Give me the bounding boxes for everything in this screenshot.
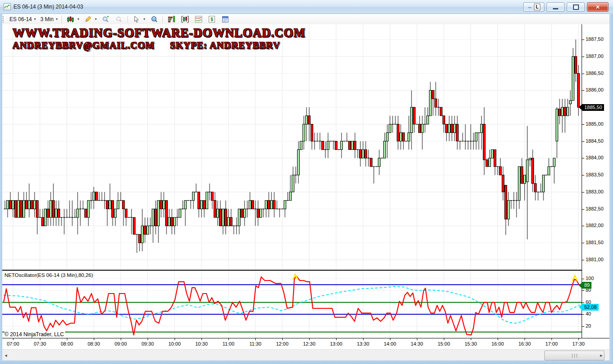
magnifier-button[interactable] xyxy=(147,14,161,24)
interval-label: 3 Min xyxy=(40,16,53,22)
time-tick xyxy=(363,338,363,340)
time-tick-label: 16:00 xyxy=(489,341,507,346)
price-tick xyxy=(582,209,584,210)
time-tick-label: 09:30 xyxy=(139,341,157,346)
window-border-left xyxy=(0,13,2,364)
watermark-contact: ANDREYBBRV@GMAIL.COMSKYPE: ANDREYBBRV xyxy=(13,40,306,51)
window-border-right xyxy=(609,13,613,364)
chart-trader-icon xyxy=(180,15,189,23)
interval-selector[interactable]: 3 Min ▾ xyxy=(38,15,60,23)
scrollbar-thumb[interactable] xyxy=(544,351,604,360)
zoom-out-button[interactable] xyxy=(112,14,126,24)
instrument-selector[interactable]: ES 06-14 ▾ xyxy=(7,15,38,23)
price-tick-label: 1887,50 xyxy=(586,36,604,42)
time-tick xyxy=(255,338,256,340)
toolbar-separator xyxy=(127,16,128,23)
chart-trader-button[interactable] xyxy=(178,14,192,24)
time-tick xyxy=(309,338,310,340)
scroll-left-arrow-icon[interactable]: ◄ xyxy=(2,350,9,361)
price-axis[interactable]: 1887,501887,001886,501886,001885,501885,… xyxy=(582,24,610,338)
toolbar: ES 06-14 ▾ 3 Min ▾ ▾ xyxy=(0,14,613,25)
draw-tool-button[interactable]: ▾ xyxy=(81,14,99,24)
price-tick-label: 1886,50 xyxy=(586,70,604,76)
horizontal-bars-icon xyxy=(167,15,176,23)
price-tick xyxy=(582,90,584,91)
chevron-down-icon: ▾ xyxy=(56,17,57,21)
time-tick xyxy=(67,338,67,340)
time-tick-label: 14:30 xyxy=(408,341,426,346)
price-tick-label: 1883,00 xyxy=(586,189,604,194)
cursor-arrow-icon xyxy=(132,15,141,23)
main-chart-plot[interactable] xyxy=(2,24,582,270)
minimize-button[interactable] xyxy=(547,2,565,12)
time-tick-label: 12:00 xyxy=(273,341,291,346)
toolbar-separator xyxy=(61,16,62,23)
toolbar-grip[interactable] xyxy=(2,16,4,22)
market-depth-button[interactable] xyxy=(165,14,178,24)
time-tick xyxy=(498,338,498,340)
mini-chart-icon xyxy=(194,15,203,23)
time-axis[interactable]: 07:0007:3008:0008:3009:0009:3010:0010:30… xyxy=(2,338,609,350)
time-tick-label: 09:00 xyxy=(112,341,130,346)
time-tick-label: 10:30 xyxy=(193,341,210,346)
price-tick-label: 1886,00 xyxy=(586,87,604,92)
cursor-tool-button[interactable]: ▾ xyxy=(130,14,147,24)
time-tick xyxy=(282,338,283,340)
mini-chart-button[interactable] xyxy=(192,14,205,24)
toolbar-separator xyxy=(162,16,163,23)
time-tick xyxy=(444,338,444,340)
price-tick-label: 1882,00 xyxy=(586,223,604,228)
oscillator-plot[interactable] xyxy=(2,271,582,338)
time-tick xyxy=(175,338,175,340)
instrument-label: ES 06-14 xyxy=(9,16,32,22)
time-tick xyxy=(578,338,579,340)
oscillator-value-badge: 89 xyxy=(579,282,591,289)
current-price-badge: 1885,50 xyxy=(579,104,604,111)
oscillator-tick-label: 40 xyxy=(586,311,591,316)
time-tick-label: 08:00 xyxy=(58,341,76,346)
price-tick xyxy=(582,158,584,158)
restore-icon xyxy=(573,4,579,10)
time-tick-label: 17:00 xyxy=(543,341,560,346)
scroll-right-arrow-icon[interactable]: ► xyxy=(598,350,605,361)
instrument-link-button[interactable]: ⇔ L xyxy=(523,2,544,12)
time-tick-label: 07:00 xyxy=(4,341,22,346)
pencil-icon xyxy=(83,15,92,23)
time-tick-label: 10:00 xyxy=(166,341,184,346)
chevron-down-icon: ▾ xyxy=(95,17,96,21)
candlestick-icon xyxy=(66,15,75,23)
time-tick-label: 13:30 xyxy=(354,341,372,346)
svg-text:$: $ xyxy=(211,17,214,22)
chart-style-button[interactable]: ▾ xyxy=(64,14,81,24)
oscillator-tick xyxy=(582,326,584,327)
zoom-out-icon xyxy=(114,15,123,23)
time-tick-label: 11:00 xyxy=(219,341,237,346)
oscillator-signal-badge: 52,08 xyxy=(579,303,599,311)
time-tick-label: 15:30 xyxy=(462,341,480,346)
zoom-in-button[interactable] xyxy=(99,14,112,24)
time-tick xyxy=(13,338,13,340)
account-dollar-button[interactable]: $ xyxy=(205,14,219,24)
time-tick xyxy=(552,338,552,340)
price-tick-label: 1885,00 xyxy=(586,121,604,127)
dollar-icon: $ xyxy=(207,15,216,23)
price-tick xyxy=(582,175,584,175)
chevron-down-icon: ▾ xyxy=(34,17,36,21)
data-box-button[interactable] xyxy=(219,14,232,24)
time-tick xyxy=(40,338,40,340)
time-tick xyxy=(390,338,390,340)
price-tick xyxy=(582,124,584,125)
time-tick-label: 08:30 xyxy=(85,341,103,346)
restore-button[interactable] xyxy=(567,2,585,12)
price-tick xyxy=(582,226,584,226)
watermark-skype: SKYPE: ANDREYBBRV xyxy=(170,40,280,51)
price-tick-label: 1881,50 xyxy=(586,240,604,245)
horizontal-scrollbar[interactable]: ◄ ► xyxy=(2,349,609,361)
time-tick-label: 16:30 xyxy=(516,341,534,346)
title-bar[interactable]: ES 06-14 (3 Min) 2014-04-03 ⇔ L ✕ xyxy=(0,0,613,14)
time-tick-label: 13:00 xyxy=(327,341,345,346)
price-tick xyxy=(582,260,584,260)
time-tick-label: 11:30 xyxy=(246,341,264,346)
close-button[interactable]: ✕ xyxy=(587,2,609,12)
price-tick xyxy=(582,192,584,193)
